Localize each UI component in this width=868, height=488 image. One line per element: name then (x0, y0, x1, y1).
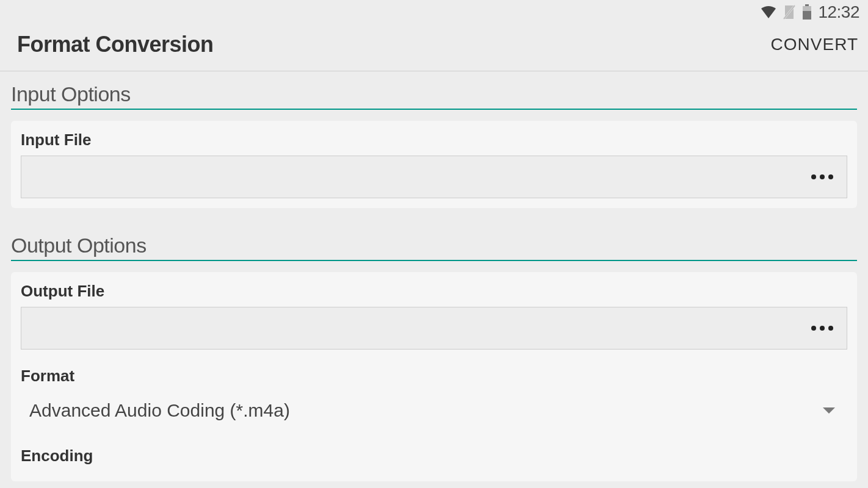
output-file-field[interactable] (21, 307, 798, 349)
status-bar: 12:32 (0, 0, 868, 24)
svg-rect-2 (805, 4, 809, 6)
format-select-value: Advanced Audio Coding (*.m4a) (29, 400, 290, 421)
convert-button[interactable]: CONVERT (771, 35, 858, 54)
battery-icon (802, 4, 812, 20)
input-options-card: Input File (11, 121, 857, 208)
input-file-row (21, 156, 847, 198)
chevron-down-icon (823, 407, 835, 414)
svg-rect-4 (803, 11, 811, 20)
page-title: Format Conversion (17, 32, 214, 57)
ellipsis-icon (811, 326, 833, 331)
input-file-label: Input File (21, 131, 847, 149)
input-file-browse-button[interactable] (798, 156, 847, 198)
output-file-row (21, 307, 847, 350)
status-time: 12:32 (818, 2, 859, 22)
input-options-header: Input Options (11, 71, 857, 110)
output-options-header: Output Options (11, 223, 857, 261)
format-label: Format (21, 367, 847, 386)
encoding-label: Encoding (21, 447, 847, 465)
ellipsis-icon (811, 174, 833, 179)
input-file-field[interactable] (21, 156, 798, 198)
output-options-card: Output File Format Advanced Audio Coding… (11, 272, 857, 481)
no-sim-icon (783, 4, 796, 20)
wifi-icon (761, 5, 776, 19)
format-select[interactable]: Advanced Audio Coding (*.m4a) (21, 392, 847, 429)
output-file-browse-button[interactable] (798, 307, 847, 349)
app-bar: Format Conversion CONVERT (0, 24, 868, 71)
output-file-label: Output File (21, 282, 847, 301)
